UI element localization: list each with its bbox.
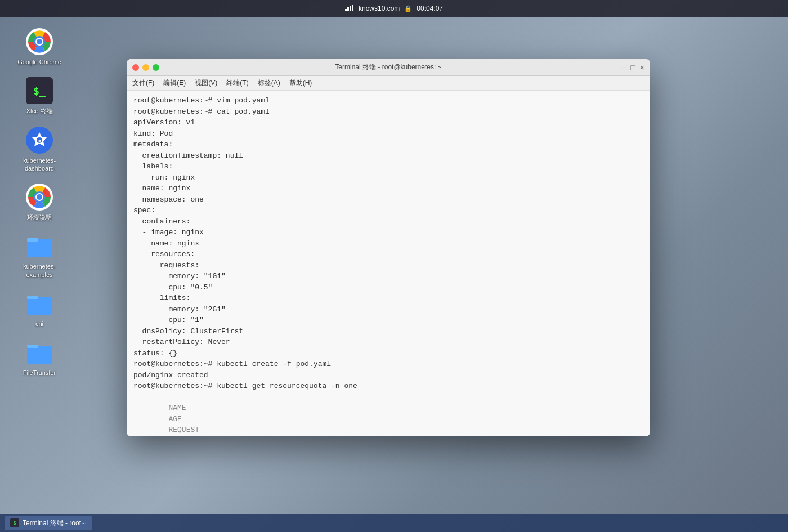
term-line: cpu: "0.5" — [133, 282, 643, 293]
term-line: root@kubernetes:~# kubectl create -f pod… — [133, 359, 643, 370]
taskbar-terminal-icon: $ — [10, 518, 19, 527]
desktop-icon-filetransfer[interactable]: FileTransfer — [17, 339, 62, 377]
chrome-icon — [26, 28, 53, 55]
term-line: restartPolicy: Never — [133, 337, 643, 348]
desktop-icon-k8s-dashboard[interactable]: ⎈ kubernetes-dashboard — [17, 127, 62, 173]
k8s-examples-icon — [26, 233, 53, 260]
term-line: metadata: — [133, 139, 643, 150]
menu-tabs[interactable]: 标签(A) — [258, 78, 280, 88]
svg-rect-18 — [27, 297, 52, 315]
menubar: knows10.com 🔒 00:04:07 — [0, 0, 788, 17]
svg-point-8 — [37, 39, 42, 44]
term-line: dnsPolicy: ClusterFirst — [133, 326, 643, 337]
taskbar-terminal-item[interactable]: $ Terminal 终端 - root··· — [5, 516, 92, 530]
filetransfer-icon — [26, 339, 53, 366]
term-line: root@kubernetes:~# vim pod.yaml — [133, 95, 643, 106]
menu-file[interactable]: 文件(F) — [132, 78, 154, 88]
svg-rect-0 — [345, 9, 347, 11]
k8s-examples-label: kubernetes-examples — [17, 262, 62, 279]
term-line: namespace: one — [133, 194, 643, 205]
k8s-icon: ⎈ — [26, 127, 53, 154]
svg-point-15 — [37, 194, 42, 200]
desktop-icon-google-chrome[interactable]: Google Chrome — [17, 28, 62, 66]
signal-icon — [345, 5, 354, 13]
svg-rect-17 — [27, 238, 38, 242]
desktop-icons: Google Chrome $_ Xfce 终端 ⎈ kubernetes-da… — [17, 28, 62, 377]
term-line: status: {} — [133, 348, 643, 359]
window-controls-right: − □ × — [621, 63, 644, 72]
desktop-icon-huanjing[interactable]: 环境说明 — [17, 184, 62, 221]
terminal-content[interactable]: root@kubernetes:~# vim pod.yaml root@kub… — [127, 91, 650, 436]
terminal-titlebar: Terminal 终端 - root@kubernetes: ~ − □ × — [127, 59, 650, 76]
huanjing-label: 环境说明 — [27, 213, 52, 221]
term-line: spec: — [133, 205, 643, 216]
menu-terminal[interactable]: 终端(T) — [226, 78, 248, 88]
term-line: name: nginx — [133, 238, 643, 249]
term-line: - image: nginx — [133, 227, 643, 238]
cni-label: cni — [35, 320, 43, 328]
desktop-icon-xfce-terminal[interactable]: $_ Xfce 终端 — [17, 77, 62, 115]
close-icon[interactable]: × — [640, 63, 644, 72]
desktop-icon-k8s-examples[interactable]: kubernetes-examples — [17, 233, 62, 279]
lock-icon: 🔒 — [404, 5, 412, 12]
xfce-terminal-label: Xfce 终端 — [26, 107, 52, 115]
filetransfer-label: FileTransfer — [23, 369, 56, 377]
svg-rect-1 — [347, 7, 349, 11]
term-line: creationTimestamp: null — [133, 150, 643, 162]
huanjing-icon — [26, 184, 53, 211]
term-line: kind: Pod — [133, 128, 643, 140]
cni-icon — [26, 290, 53, 317]
term-line: resources: — [133, 249, 643, 260]
svg-rect-16 — [27, 239, 52, 257]
k8s-dashboard-label: kubernetes-dashboard — [17, 157, 62, 173]
taskbar-terminal-label: Terminal 终端 - root··· — [23, 518, 87, 528]
term-line: root@kubernetes:~# cat pod.yaml — [133, 106, 643, 118]
svg-rect-2 — [350, 6, 351, 11]
taskbar: $ Terminal 终端 - root··· — [0, 514, 788, 532]
term-line: name: nginx — [133, 183, 643, 194]
term-line: memory: "2Gi" — [133, 304, 643, 315]
xfce-terminal-icon: $_ — [26, 77, 53, 104]
minimize-button[interactable] — [142, 64, 149, 71]
menu-help[interactable]: 帮助(H) — [289, 78, 312, 88]
term-line: labels: — [133, 161, 643, 172]
desktop: knows10.com 🔒 00:04:07 — [0, 0, 788, 532]
svg-rect-20 — [27, 346, 52, 364]
menu-view[interactable]: 视图(V) — [195, 78, 217, 88]
menubar-time: 00:04:07 — [417, 5, 443, 12]
term-line: run: nginx — [133, 172, 643, 184]
menubar-url: knows10.com — [359, 5, 400, 12]
term-line: memory: "1Gi" — [133, 271, 643, 282]
restore-icon[interactable]: □ — [630, 63, 635, 72]
menu-edit[interactable]: 编辑(E) — [163, 78, 186, 88]
desktop-icon-cni[interactable]: cni — [17, 290, 62, 328]
menubar-center: knows10.com 🔒 00:04:07 — [345, 5, 443, 13]
terminal-title: Terminal 终端 - root@kubernetes: ~ — [335, 62, 441, 72]
term-line: requests: — [133, 260, 643, 271]
term-line: pod/nginx created — [133, 370, 643, 381]
maximize-button[interactable] — [153, 64, 159, 71]
chrome-label: Google Chrome — [17, 58, 61, 66]
terminal-window: Terminal 终端 - root@kubernetes: ~ − □ × 文… — [127, 59, 650, 436]
window-buttons — [132, 64, 159, 71]
close-button[interactable] — [132, 64, 139, 71]
minimize-icon[interactable]: − — [621, 63, 626, 72]
term-line: containers: — [133, 216, 643, 227]
term-table-header: NAME AGE REQUEST LIMIT — [133, 392, 643, 437]
svg-rect-19 — [27, 296, 38, 299]
term-line: limits: — [133, 293, 643, 304]
terminal-menubar: 文件(F) 编辑(E) 视图(V) 终端(T) 标签(A) 帮助(H) — [127, 76, 650, 91]
svg-rect-3 — [352, 5, 353, 11]
svg-rect-21 — [27, 345, 38, 348]
term-line: cpu: "1" — [133, 315, 643, 326]
term-line: apiVersion: v1 — [133, 117, 643, 128]
term-line: root@kubernetes:~# kubectl get resourceq… — [133, 381, 643, 392]
